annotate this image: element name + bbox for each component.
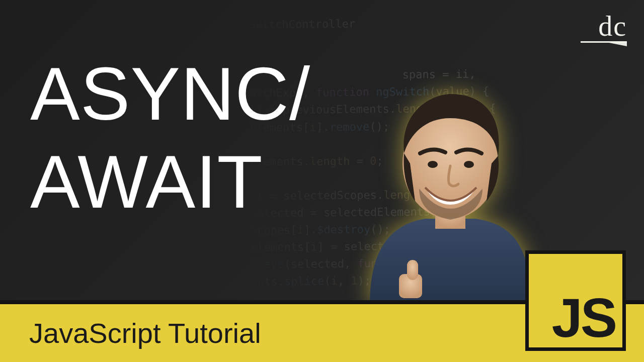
channel-logo-text: dc [581,12,627,40]
svg-rect-5 [407,260,418,280]
js-logo-text: JS [551,290,615,345]
svg-point-1 [403,108,498,219]
main-title: ASYNC/ AWAIT [30,50,310,226]
svg-rect-0 [435,199,465,229]
thumbnail-root: ngSwitchController // attr.on, spans = i… [0,0,644,362]
channel-logo-underline [581,41,627,47]
svg-point-3 [464,161,474,168]
channel-logo: dc [581,12,627,47]
title-line-2: AWAIT [30,138,310,226]
presenter-photo [360,88,541,304]
title-line-1: ASYNC/ [30,50,310,138]
subtitle-text: JavaScript Tutorial [0,317,261,349]
svg-point-2 [428,161,438,168]
js-logo-badge: JS [525,250,626,351]
svg-rect-4 [399,274,422,298]
